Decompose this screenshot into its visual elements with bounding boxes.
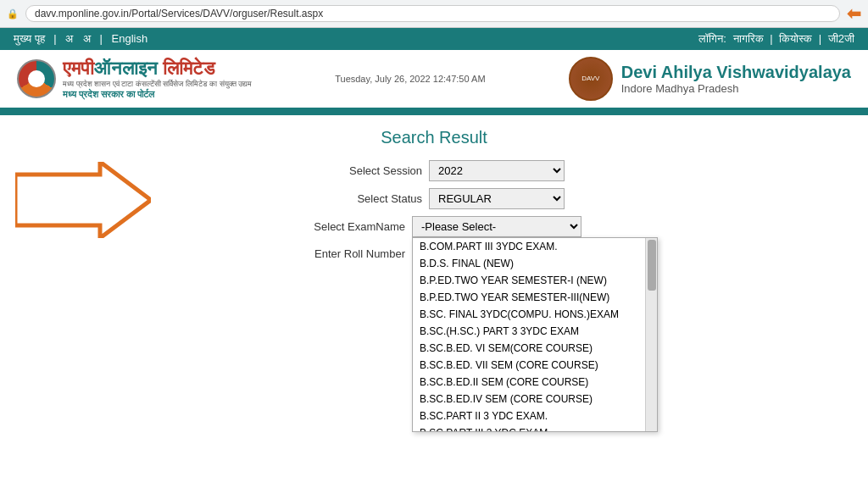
dd-item-9[interactable]: B.SC.B.ED.IV SEM (CORE COURSE) — [413, 391, 645, 408]
url-bar[interactable]: davv.mponline.gov.in/Portal/Services/DAV… — [25, 5, 840, 22]
dd-item-8[interactable]: B.SC.B.ED.II SEM (CORE COURSE) — [413, 374, 645, 391]
session-label: Select Session — [303, 164, 422, 177]
top-nav-right: लॉगिन: नागरिक | कियोस्क | जी2जी — [698, 32, 858, 46]
examname-dropdown-open[interactable]: B.COM.PART III 3YDC EXAM. B.D.S. FINAL (… — [412, 237, 658, 432]
mp-online-title: एमपीऑनलाइन लिमिटेड — [63, 58, 252, 80]
examname-select[interactable]: -Please Select- — [412, 216, 581, 237]
session-row: Select Session 2022 2021 — [303, 160, 565, 181]
dropdown-scrollbar-track[interactable] — [645, 238, 657, 431]
site-header: एमपीऑनलाइन लिमिटेड मध्य प्रदेश शासन एवं … — [0, 50, 868, 110]
dd-item-7[interactable]: B.SC.B.ED. VII SEM (CORE COURSE) — [413, 357, 645, 374]
dd-item-1[interactable]: B.D.S. FINAL (NEW) — [413, 255, 645, 272]
status-select[interactable]: REGULAR EX-STUDENT — [429, 188, 565, 209]
university-location: Indore Madhya Pradesh — [621, 82, 851, 95]
nav-home-link[interactable]: मुख्य पृह — [14, 32, 45, 45]
dd-item-0[interactable]: B.COM.PART III 3YDC EXAM. — [413, 238, 645, 255]
browser-bar: 🔒 davv.mponline.gov.in/Portal/Services/D… — [0, 0, 868, 28]
big-orange-arrow-icon — [15, 162, 151, 238]
dd-item-11[interactable]: B.SC.PART III 3 YDC EXAM. — [413, 424, 645, 432]
dd-item-3[interactable]: B.P.ED.TWO YEAR SEMESTER-III(NEW) — [413, 289, 645, 306]
examname-dropdown-container: -Please Select- B.COM.PART III 3YDC EXAM… — [412, 216, 581, 237]
external-arrow-icon: ⬅ — [847, 3, 861, 24]
dd-item-2[interactable]: B.P.ED.TWO YEAR SEMESTER-I (NEW) — [413, 272, 645, 289]
mp-online-logo-area: एमपीऑनलाइन लिमिटेड मध्य प्रदेश शासन एवं … — [17, 58, 252, 101]
top-nav: मुख्य पृह | अ अ | English लॉगिन: नागरिक … — [0, 28, 868, 50]
status-label: Select Status — [303, 192, 422, 205]
rollnumber-label: Enter Roll Number — [287, 247, 405, 260]
mp-online-subtitle: मध्य प्रदेश शासन एवं टाटा कंसल्टेंसी सर्… — [63, 80, 252, 90]
dd-item-5[interactable]: B.SC.(H.SC.) PART 3 3YDC EXAM — [413, 323, 645, 340]
session-select[interactable]: 2022 2021 — [429, 160, 565, 181]
examname-row: Select ExamName -Please Select- B.COM.PA… — [287, 216, 581, 237]
dd-item-10[interactable]: B.SC.PART II 3 YDC EXAM. — [413, 408, 645, 424]
nav-english-link[interactable]: English — [112, 32, 148, 45]
login-label: लॉगिन: — [698, 32, 726, 45]
dropdown-scrollbar-thumb[interactable] — [648, 240, 656, 291]
nav-kiosk-link[interactable]: कियोस्क — [779, 32, 812, 45]
dd-item-6[interactable]: B.SC.B.ED. VI SEM(CORE COURSE) — [413, 340, 645, 357]
nav-font-medium[interactable]: अ — [83, 32, 91, 45]
mp-online-logo-circle — [17, 59, 56, 98]
page-title: Search Result — [17, 128, 851, 147]
top-nav-left: मुख्य पृह | अ अ | English — [10, 32, 151, 46]
university-name: Devi Ahilya Vishwavidyalaya — [621, 63, 851, 82]
lock-icon: 🔒 — [7, 8, 19, 19]
url-text: davv.mponline.gov.in/Portal/Services/DAV… — [35, 8, 323, 19]
university-name-block: Devi Ahilya Vishwavidyalaya Indore Madhy… — [621, 63, 851, 95]
nav-g2g-link[interactable]: जी2जी — [828, 32, 854, 45]
university-logo-area: DAVV Devi Ahilya Vishwavidyalaya Indore … — [569, 57, 851, 101]
emblem-text: DAVV — [581, 75, 599, 83]
mp-portal-tagline: मध्य प्रदेश सरकार का पोर्टल — [63, 89, 252, 100]
nav-font-small[interactable]: अ — [65, 32, 73, 45]
examname-label: Select ExamName — [287, 220, 405, 233]
status-row: Select Status REGULAR EX-STUDENT — [303, 188, 565, 209]
dd-item-4[interactable]: B.SC. FINAL 3YDC(COMPU. HONS.)EXAM — [413, 306, 645, 323]
svg-marker-0 — [15, 162, 151, 238]
nav-citizen-link[interactable]: नागरिक — [733, 32, 764, 45]
main-content: Search Result Select Session 2022 2021 S… — [0, 115, 868, 299]
university-emblem: DAVV — [569, 57, 613, 101]
header-datetime: Tuesday, July 26, 2022 12:47:50 AM — [335, 74, 485, 84]
